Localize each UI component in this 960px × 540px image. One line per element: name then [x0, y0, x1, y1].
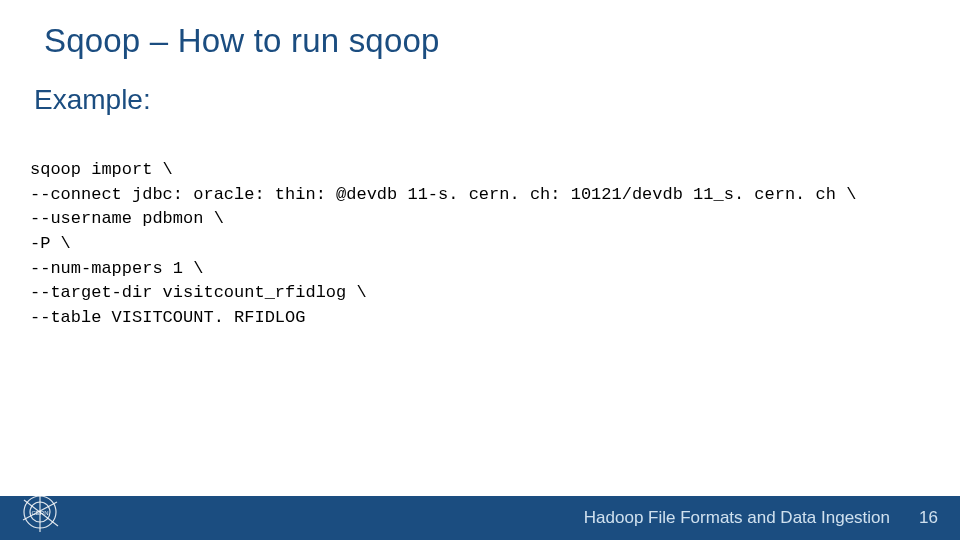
code-block: sqoop import \ --connect jdbc: oracle: t…: [30, 158, 856, 330]
code-line: --num-mappers 1 \: [30, 259, 203, 278]
code-line: -P \: [30, 234, 71, 253]
footer-title: Hadoop File Formats and Data Ingestion: [584, 496, 890, 540]
slide-title: Sqoop – How to run sqoop: [44, 22, 440, 60]
svg-text:CERN: CERN: [31, 510, 48, 516]
cern-logo-icon: CERN: [18, 490, 62, 534]
page-number: 16: [919, 496, 938, 540]
code-line: --target-dir visitcount_rfidlog \: [30, 283, 367, 302]
example-label: Example:: [34, 84, 151, 116]
code-line: --username pdbmon \: [30, 209, 224, 228]
code-line: --connect jdbc: oracle: thin: @devdb 11-…: [30, 185, 856, 204]
slide: Sqoop – How to run sqoop Example: sqoop …: [0, 0, 960, 540]
code-line: --table VISITCOUNT. RFIDLOG: [30, 308, 305, 327]
code-line: sqoop import \: [30, 160, 173, 179]
